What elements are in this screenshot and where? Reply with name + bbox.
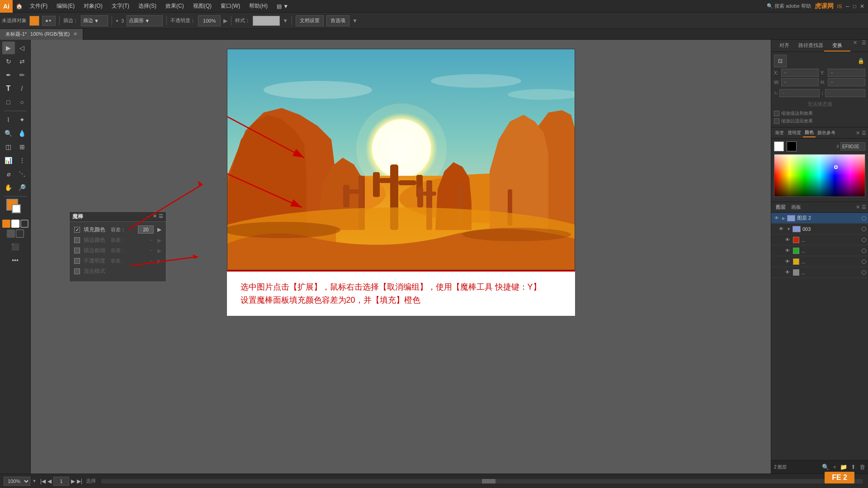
- warp-tool[interactable]: ⌀: [2, 168, 15, 180]
- chart-tool[interactable]: 📊: [2, 154, 15, 167]
- doc-settings-btn[interactable]: 文档设置: [296, 15, 324, 26]
- color-gradient[interactable]: [774, 154, 865, 197]
- gray-eye[interactable]: 👁: [784, 269, 791, 276]
- y-input[interactable]: －: [828, 69, 865, 77]
- nav-next[interactable]: ▶: [71, 478, 75, 484]
- lock-icon[interactable]: 🔒: [856, 56, 865, 66]
- normal-mode[interactable]: [7, 230, 15, 238]
- layer-move-up-icon[interactable]: ⬆: [851, 464, 856, 470]
- style-swatch[interactable]: [253, 16, 280, 26]
- stroke-color-icon[interactable]: [11, 220, 19, 228]
- panel-menu-btn[interactable]: ☰: [860, 40, 868, 52]
- menu-file[interactable]: 文件(F): [25, 0, 52, 13]
- zoom-tool[interactable]: 🔍: [2, 127, 15, 140]
- panel-close-btn[interactable]: ✕: [850, 40, 860, 52]
- artboards-tab[interactable]: 画板: [788, 203, 804, 211]
- lasso-tool[interactable]: ⌇: [2, 113, 15, 126]
- transform-tab[interactable]: 变换: [824, 40, 850, 52]
- doc-tab[interactable]: 未标题-1* 100% (RGB/预览) ✕: [0, 29, 83, 40]
- rotation-input[interactable]: －: [779, 89, 820, 97]
- menu-help[interactable]: 帮助(H): [245, 0, 272, 13]
- panel-close[interactable]: ✕: [153, 213, 157, 220]
- layer-item-yellow[interactable]: 👁 ...: [771, 256, 868, 267]
- item003-expand[interactable]: ▼: [787, 227, 791, 231]
- color-reference-tab[interactable]: 颜色参考: [816, 129, 837, 137]
- w-input[interactable]: －: [781, 78, 819, 86]
- pen-tool[interactable]: ✒: [2, 69, 15, 81]
- select-tool[interactable]: ▶: [2, 42, 15, 54]
- layer-find-icon[interactable]: 🔍: [822, 464, 829, 470]
- page-input[interactable]: [53, 477, 69, 486]
- background-color[interactable]: [12, 204, 21, 213]
- zoom-arrow[interactable]: ▼: [32, 479, 37, 483]
- color-panel-close[interactable]: ✕: [856, 130, 860, 136]
- h-input[interactable]: －: [828, 78, 865, 86]
- window-minimize[interactable]: ─: [845, 3, 849, 9]
- hex-input[interactable]: [840, 142, 865, 150]
- layer2-expand[interactable]: ▶: [782, 216, 785, 221]
- menu-object[interactable]: 对象(O): [79, 0, 107, 13]
- layers-tab[interactable]: 图层: [773, 203, 788, 211]
- x-input[interactable]: －: [781, 69, 819, 77]
- layer-item-red[interactable]: 👁 ...: [771, 235, 868, 245]
- status-scroll[interactable]: [101, 479, 863, 483]
- none-icon[interactable]: [20, 220, 28, 228]
- magic-wand-tool[interactable]: ✦: [16, 113, 28, 126]
- fill-color-icon[interactable]: [2, 220, 10, 228]
- mesh-tool[interactable]: ⊞: [16, 141, 28, 153]
- layer-item-green[interactable]: 👁 ...: [771, 245, 868, 256]
- rect-tool[interactable]: □: [2, 96, 15, 108]
- direct-select-tool[interactable]: ◁: [16, 42, 28, 54]
- constrain-checkbox[interactable]: [774, 111, 779, 116]
- extras-btn[interactable]: •••: [9, 254, 22, 267]
- stroke-color-checkbox[interactable]: [74, 237, 80, 243]
- pref-arrow[interactable]: ▼: [352, 18, 358, 24]
- layer-add-icon[interactable]: +: [833, 464, 836, 470]
- eyedrop-tool[interactable]: 💧: [16, 127, 28, 140]
- pathfinder-tab[interactable]: 路径查找器: [797, 40, 824, 52]
- fill-tolerance-arrow[interactable]: ▶: [157, 226, 161, 233]
- window-maximize[interactable]: □: [853, 3, 856, 9]
- brush-type-select[interactable]: 点圆形▼: [127, 15, 163, 26]
- home-icon[interactable]: 🏠: [13, 0, 25, 13]
- pencil-tool[interactable]: ✏: [16, 69, 28, 81]
- outline-mode[interactable]: [16, 230, 24, 238]
- layer-delete-icon[interactable]: 🗑: [859, 464, 865, 470]
- tab-close-btn[interactable]: ✕: [73, 31, 77, 37]
- menu-text[interactable]: 文字(T): [107, 0, 134, 13]
- fill-color-box[interactable]: [29, 16, 39, 26]
- layer-panel-menu[interactable]: ☰: [862, 204, 866, 210]
- menu-select[interactable]: 选择(S): [134, 0, 161, 13]
- layer-folder-icon[interactable]: 📁: [840, 464, 847, 470]
- layer-item-layer2[interactable]: 👁 ▶ 图层 2: [771, 213, 868, 224]
- align-tab[interactable]: 对齐: [771, 40, 797, 52]
- opacity-checkbox[interactable]: [74, 258, 80, 264]
- reshape-tool[interactable]: ⋱: [16, 168, 28, 180]
- yellow-eye[interactable]: 👁: [784, 258, 791, 265]
- green-eye[interactable]: 👁: [784, 247, 791, 254]
- transparency-tab[interactable]: 透明度: [786, 129, 803, 137]
- text-tool[interactable]: T: [2, 82, 15, 95]
- zoom-select[interactable]: 100% 50% 200%: [4, 477, 30, 486]
- menu-view[interactable]: 视图(Q): [189, 0, 216, 13]
- shear-input[interactable]: －: [825, 89, 865, 97]
- transform-icon1[interactable]: ⊡: [774, 55, 787, 67]
- align-art-checkbox[interactable]: [774, 118, 779, 124]
- style-arrow[interactable]: ▼: [283, 18, 288, 24]
- black-swatch[interactable]: [787, 141, 797, 151]
- layer-item-003[interactable]: 👁 ▼ 003: [771, 224, 868, 235]
- gradient-tool[interactable]: ◫: [2, 141, 15, 153]
- opacity-arrow[interactable]: ▶: [223, 18, 227, 24]
- menu-edit[interactable]: 编辑(E): [52, 0, 79, 13]
- layer-item-gray[interactable]: 👁 ...: [771, 267, 868, 278]
- menu-window[interactable]: 窗口(W): [216, 0, 245, 13]
- screen-mode-btn[interactable]: ⬛: [9, 240, 22, 253]
- fill-color-checkbox[interactable]: [74, 227, 80, 233]
- nav-first[interactable]: |◀: [40, 478, 46, 484]
- fill-tolerance-input[interactable]: [138, 225, 154, 234]
- stroke-thickness-checkbox[interactable]: [74, 248, 80, 253]
- line-tool[interactable]: /: [16, 82, 28, 95]
- extra-tool[interactable]: ⋮: [16, 154, 28, 167]
- layer-panel-close[interactable]: ✕: [856, 204, 860, 210]
- menu-effect[interactable]: 效果(C): [161, 0, 189, 13]
